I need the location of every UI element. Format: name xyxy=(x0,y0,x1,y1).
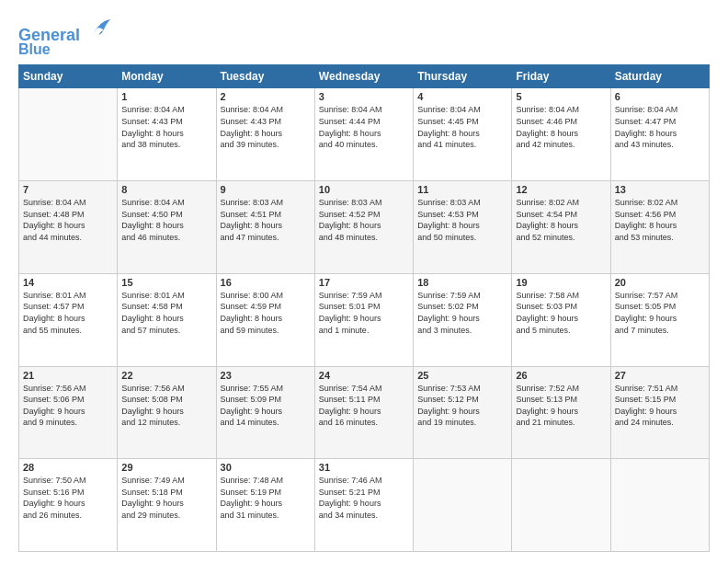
col-friday: Friday xyxy=(512,65,610,88)
logo: General Blue xyxy=(18,15,112,57)
calendar-cell: 29Sunrise: 7:49 AM Sunset: 5:18 PM Dayli… xyxy=(118,459,216,552)
day-number: 23 xyxy=(221,370,311,381)
day-info: Sunrise: 7:54 AM Sunset: 5:11 PM Dayligh… xyxy=(319,383,409,429)
calendar-cell: 14Sunrise: 8:01 AM Sunset: 4:57 PM Dayli… xyxy=(19,273,118,366)
calendar-week-row: 7Sunrise: 8:04 AM Sunset: 4:48 PM Daylig… xyxy=(19,181,710,274)
day-number: 20 xyxy=(615,277,705,288)
day-info: Sunrise: 8:02 AM Sunset: 4:56 PM Dayligh… xyxy=(615,197,705,243)
day-info: Sunrise: 7:56 AM Sunset: 5:06 PM Dayligh… xyxy=(23,383,113,429)
day-number: 22 xyxy=(121,370,211,381)
day-number: 17 xyxy=(319,277,409,288)
calendar-cell: 15Sunrise: 8:01 AM Sunset: 4:58 PM Dayli… xyxy=(118,273,216,366)
calendar-cell: 2Sunrise: 8:04 AM Sunset: 4:43 PM Daylig… xyxy=(216,88,314,181)
day-info: Sunrise: 8:04 AM Sunset: 4:44 PM Dayligh… xyxy=(319,104,409,150)
calendar-cell: 30Sunrise: 7:48 AM Sunset: 5:19 PM Dayli… xyxy=(216,459,314,552)
col-monday: Monday xyxy=(118,65,216,88)
calendar-cell: 5Sunrise: 8:04 AM Sunset: 4:46 PM Daylig… xyxy=(512,88,610,181)
day-number: 10 xyxy=(319,184,409,195)
calendar-cell: 1Sunrise: 8:04 AM Sunset: 4:43 PM Daylig… xyxy=(118,88,216,181)
day-number: 5 xyxy=(516,91,606,102)
day-number: 9 xyxy=(221,184,311,195)
day-info: Sunrise: 8:00 AM Sunset: 4:59 PM Dayligh… xyxy=(221,290,311,336)
day-info: Sunrise: 7:59 AM Sunset: 5:02 PM Dayligh… xyxy=(417,290,507,336)
day-number: 29 xyxy=(121,462,211,473)
day-info: Sunrise: 7:52 AM Sunset: 5:13 PM Dayligh… xyxy=(516,383,606,429)
day-info: Sunrise: 8:03 AM Sunset: 4:52 PM Dayligh… xyxy=(319,197,409,243)
day-info: Sunrise: 7:56 AM Sunset: 5:08 PM Dayligh… xyxy=(121,383,211,429)
calendar-cell: 20Sunrise: 7:57 AM Sunset: 5:05 PM Dayli… xyxy=(610,273,709,366)
day-number: 27 xyxy=(615,370,705,381)
day-info: Sunrise: 8:01 AM Sunset: 4:57 PM Dayligh… xyxy=(23,290,113,336)
day-info: Sunrise: 8:01 AM Sunset: 4:58 PM Dayligh… xyxy=(121,290,211,336)
day-number: 30 xyxy=(221,462,311,473)
page-header: General Blue xyxy=(18,15,710,57)
day-info: Sunrise: 8:04 AM Sunset: 4:46 PM Dayligh… xyxy=(516,104,606,150)
day-number: 21 xyxy=(23,370,113,381)
calendar-cell: 24Sunrise: 7:54 AM Sunset: 5:11 PM Dayli… xyxy=(314,366,413,459)
day-number: 13 xyxy=(615,184,705,195)
calendar-cell: 13Sunrise: 8:02 AM Sunset: 4:56 PM Dayli… xyxy=(610,181,709,274)
col-thursday: Thursday xyxy=(414,65,512,88)
calendar-week-row: 14Sunrise: 8:01 AM Sunset: 4:57 PM Dayli… xyxy=(19,273,710,366)
day-info: Sunrise: 7:51 AM Sunset: 5:15 PM Dayligh… xyxy=(615,383,705,429)
calendar-cell: 7Sunrise: 8:04 AM Sunset: 4:48 PM Daylig… xyxy=(19,181,118,274)
col-sunday: Sunday xyxy=(19,65,118,88)
day-number: 31 xyxy=(319,462,409,473)
day-number: 28 xyxy=(23,462,113,473)
calendar-cell: 10Sunrise: 8:03 AM Sunset: 4:52 PM Dayli… xyxy=(314,181,413,274)
day-number: 26 xyxy=(516,370,606,381)
calendar-cell: 9Sunrise: 8:03 AM Sunset: 4:51 PM Daylig… xyxy=(216,181,314,274)
col-wednesday: Wednesday xyxy=(314,65,413,88)
col-saturday: Saturday xyxy=(610,65,709,88)
calendar-cell: 3Sunrise: 8:04 AM Sunset: 4:44 PM Daylig… xyxy=(314,88,413,181)
calendar-cell: 16Sunrise: 8:00 AM Sunset: 4:59 PM Dayli… xyxy=(216,273,314,366)
day-info: Sunrise: 7:50 AM Sunset: 5:16 PM Dayligh… xyxy=(23,475,113,521)
calendar-cell xyxy=(414,459,512,552)
day-info: Sunrise: 8:04 AM Sunset: 4:48 PM Dayligh… xyxy=(23,197,113,243)
day-info: Sunrise: 8:03 AM Sunset: 4:53 PM Dayligh… xyxy=(417,197,507,243)
calendar-week-row: 1Sunrise: 8:04 AM Sunset: 4:43 PM Daylig… xyxy=(19,88,710,181)
day-info: Sunrise: 7:55 AM Sunset: 5:09 PM Dayligh… xyxy=(221,383,311,429)
calendar-cell: 12Sunrise: 8:02 AM Sunset: 4:54 PM Dayli… xyxy=(512,181,610,274)
col-tuesday: Tuesday xyxy=(216,65,314,88)
calendar-cell: 21Sunrise: 7:56 AM Sunset: 5:06 PM Dayli… xyxy=(19,366,118,459)
day-number: 25 xyxy=(417,370,507,381)
logo-text: General xyxy=(18,15,112,45)
day-info: Sunrise: 7:58 AM Sunset: 5:03 PM Dayligh… xyxy=(516,290,606,336)
calendar-cell: 31Sunrise: 7:46 AM Sunset: 5:21 PM Dayli… xyxy=(314,459,413,552)
day-number: 15 xyxy=(121,277,211,288)
calendar-table: Sunday Monday Tuesday Wednesday Thursday… xyxy=(18,64,710,552)
day-number: 8 xyxy=(121,184,211,195)
calendar-cell xyxy=(512,459,610,552)
calendar-week-row: 28Sunrise: 7:50 AM Sunset: 5:16 PM Dayli… xyxy=(19,459,710,552)
day-info: Sunrise: 8:03 AM Sunset: 4:51 PM Dayligh… xyxy=(221,197,311,243)
calendar-cell: 28Sunrise: 7:50 AM Sunset: 5:16 PM Dayli… xyxy=(19,459,118,552)
logo-bird-icon xyxy=(86,15,112,40)
day-number: 3 xyxy=(319,91,409,102)
calendar-cell: 25Sunrise: 7:53 AM Sunset: 5:12 PM Dayli… xyxy=(414,366,512,459)
day-number: 14 xyxy=(23,277,113,288)
calendar-cell: 18Sunrise: 7:59 AM Sunset: 5:02 PM Dayli… xyxy=(414,273,512,366)
day-info: Sunrise: 8:04 AM Sunset: 4:50 PM Dayligh… xyxy=(121,197,211,243)
calendar-cell: 8Sunrise: 8:04 AM Sunset: 4:50 PM Daylig… xyxy=(118,181,216,274)
day-number: 2 xyxy=(221,91,311,102)
calendar-cell: 23Sunrise: 7:55 AM Sunset: 5:09 PM Dayli… xyxy=(216,366,314,459)
day-info: Sunrise: 7:59 AM Sunset: 5:01 PM Dayligh… xyxy=(319,290,409,336)
day-info: Sunrise: 7:48 AM Sunset: 5:19 PM Dayligh… xyxy=(221,475,311,521)
calendar-cell: 19Sunrise: 7:58 AM Sunset: 5:03 PM Dayli… xyxy=(512,273,610,366)
calendar-cell xyxy=(19,88,118,181)
day-number: 7 xyxy=(23,184,113,195)
day-info: Sunrise: 8:04 AM Sunset: 4:43 PM Dayligh… xyxy=(121,104,211,150)
day-info: Sunrise: 8:02 AM Sunset: 4:54 PM Dayligh… xyxy=(516,197,606,243)
day-info: Sunrise: 8:04 AM Sunset: 4:45 PM Dayligh… xyxy=(417,104,507,150)
calendar-cell: 11Sunrise: 8:03 AM Sunset: 4:53 PM Dayli… xyxy=(414,181,512,274)
day-info: Sunrise: 8:04 AM Sunset: 4:43 PM Dayligh… xyxy=(221,104,311,150)
day-info: Sunrise: 7:49 AM Sunset: 5:18 PM Dayligh… xyxy=(121,475,211,521)
calendar-week-row: 21Sunrise: 7:56 AM Sunset: 5:06 PM Dayli… xyxy=(19,366,710,459)
calendar-cell: 4Sunrise: 8:04 AM Sunset: 4:45 PM Daylig… xyxy=(414,88,512,181)
day-number: 11 xyxy=(417,184,507,195)
day-number: 24 xyxy=(319,370,409,381)
calendar-cell xyxy=(610,459,709,552)
calendar-cell: 22Sunrise: 7:56 AM Sunset: 5:08 PM Dayli… xyxy=(118,366,216,459)
day-number: 4 xyxy=(417,91,507,102)
